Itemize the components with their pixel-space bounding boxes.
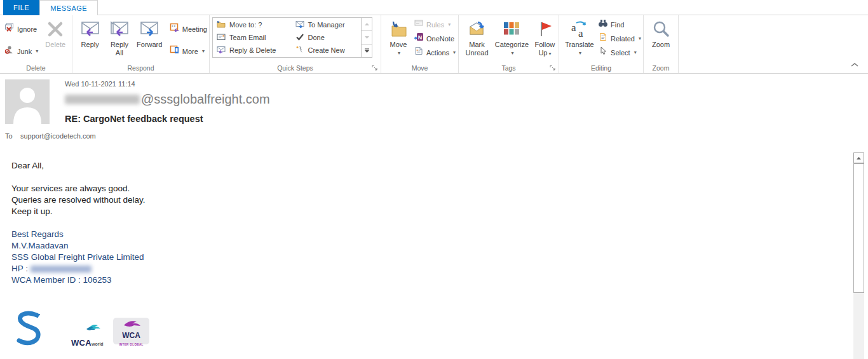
move-button[interactable]: Move ▾ <box>385 17 412 62</box>
outlook-window: FILE MESSAGE Ignore Junk ▾ <box>0 0 868 359</box>
reply-delete-icon <box>217 46 226 55</box>
categorize-button[interactable]: Categorize ▾ <box>494 17 530 62</box>
to-address[interactable]: support@icodetech.com <box>20 132 96 140</box>
gallery-scroll-down-button[interactable] <box>362 31 372 44</box>
hp-label: HP : <box>11 263 28 274</box>
wca-world-sub: world <box>92 342 104 346</box>
ribbon-group-delete: Ignore Junk ▾ Delete Delete <box>0 15 72 73</box>
signature-line: WCA Member ID : 106253 <box>11 274 146 286</box>
group-label-move: Move <box>381 64 458 72</box>
wca-inter-global-logo: WCA INTER GLOBAL <box>113 318 149 344</box>
scrollbar-up-button[interactable] <box>853 152 864 163</box>
actions-icon <box>414 46 424 60</box>
translate-icon: aa <box>569 18 590 41</box>
person-silhouette-icon <box>5 79 50 124</box>
tags-dialog-launcher-icon[interactable] <box>550 65 556 71</box>
translate-button[interactable]: aa Translate ▾ <box>563 17 596 62</box>
more-button[interactable]: More ▾ <box>168 44 209 58</box>
svg-text:N: N <box>418 34 423 41</box>
wca-world-text: WCA <box>71 338 92 348</box>
reply-icon <box>80 18 100 41</box>
ribbon: Ignore Junk ▾ Delete Delete <box>0 15 868 74</box>
junk-icon <box>4 44 15 58</box>
signature-line: Best Regards <box>11 229 146 240</box>
ribbon-group-tags: Mark Unread Categorize ▾ Follow Up▾ Tags <box>459 15 559 73</box>
body-line: Your services are always good. <box>11 183 146 194</box>
blank-line <box>11 172 146 183</box>
svg-text:a: a <box>571 22 576 34</box>
related-dropdown-arrow: ▾ <box>639 32 641 46</box>
message-date: Wed 10-11-2021 11:14 <box>65 80 135 88</box>
related-button[interactable]: Related ▾ <box>596 32 643 46</box>
wca-global-text: WCA <box>113 332 149 339</box>
delete-icon <box>46 18 64 41</box>
select-button[interactable]: Select ▾ <box>596 46 643 60</box>
quick-step-reply-delete[interactable]: Reply & Delete <box>213 44 292 57</box>
categorize-dropdown-arrow: ▾ <box>511 49 513 57</box>
meeting-button[interactable]: Meeting <box>168 22 209 36</box>
group-label-editing: Editing <box>559 64 643 72</box>
to-label: To <box>5 132 13 140</box>
reply-button[interactable]: Reply <box>75 17 105 62</box>
sss-global-freight-logo <box>13 310 44 350</box>
quick-step-to-manager[interactable]: To Manager <box>292 18 362 31</box>
gallery-scroll-up-button[interactable] <box>362 18 372 31</box>
rules-button[interactable]: Rules ▾ <box>412 18 458 32</box>
sender-name-redacted <box>65 95 140 104</box>
follow-up-flag-icon <box>536 18 553 41</box>
move-dropdown-arrow: ▾ <box>398 49 400 57</box>
wca-global-sub: INTER GLOBAL <box>113 339 149 351</box>
follow-up-button[interactable]: Follow Up▾ <box>531 17 559 62</box>
quick-step-done[interactable]: Done <box>292 31 362 44</box>
team-email-icon <box>217 33 226 42</box>
find-button[interactable]: Find <box>596 18 643 32</box>
wca-global-birds-icon <box>119 319 144 329</box>
avatar <box>5 79 50 124</box>
ribbon-tab-bar: FILE MESSAGE <box>0 0 868 15</box>
tab-file[interactable]: FILE <box>3 0 39 15</box>
message-subject: RE: CargoNet feedback request <box>65 114 203 124</box>
rules-icon <box>414 18 424 32</box>
quick-step-team-email[interactable]: Team Email <box>213 31 292 44</box>
create-new-icon <box>295 46 304 55</box>
signature-line: SSS Global Freight Private Limited <box>11 252 146 263</box>
zoom-magnifier-icon <box>651 18 670 41</box>
body-line: Keep it up. <box>11 206 146 217</box>
sender-address: @sssglobalfreight.com <box>65 92 270 107</box>
ribbon-group-quick-steps: Move to: ? Team Email Reply & Delete To … <box>210 15 381 73</box>
move-folder-icon <box>388 18 409 41</box>
reply-all-icon <box>109 18 130 41</box>
reply-all-button[interactable]: Reply All <box>105 17 133 62</box>
quick-step-create-new[interactable]: Create New <box>292 44 362 57</box>
signature-line: HP : <box>11 263 146 274</box>
delete-button[interactable]: Delete <box>40 17 71 62</box>
junk-button[interactable]: Junk ▾ <box>3 44 40 58</box>
mark-unread-button[interactable]: Mark Unread <box>461 17 492 62</box>
gallery-more-button[interactable] <box>362 44 372 57</box>
categorize-icon <box>502 18 521 41</box>
select-cursor-icon <box>598 46 608 60</box>
quick-steps-dialog-launcher-icon[interactable] <box>372 65 378 71</box>
tab-message[interactable]: MESSAGE <box>39 0 98 15</box>
wca-world-birds-icon <box>71 322 111 334</box>
body-scrollbar[interactable] <box>853 152 864 359</box>
quick-step-move-to[interactable]: Move to: ? <box>213 18 292 31</box>
body-line: Queries are resolved without delay. <box>11 194 146 206</box>
scrollbar-thumb[interactable] <box>853 163 864 293</box>
zoom-button[interactable]: Zoom <box>646 17 675 62</box>
ribbon-group-zoom: Zoom Zoom <box>644 15 679 73</box>
follow-up-dropdown-arrow: ▾ <box>548 51 551 57</box>
translate-dropdown-arrow: ▾ <box>579 49 581 57</box>
onenote-button[interactable]: N OneNote <box>412 32 458 46</box>
done-check-icon <box>295 33 304 42</box>
signature-line: M.V.Maadavan <box>11 240 146 252</box>
related-icon <box>598 32 608 46</box>
message-header: Wed 10-11-2021 11:14 @sssglobalfreight.c… <box>0 74 868 147</box>
actions-button[interactable]: Actions ▾ <box>412 46 458 60</box>
forward-icon <box>139 18 159 41</box>
svg-text:a: a <box>578 27 583 39</box>
mark-unread-icon <box>467 18 487 41</box>
forward-button[interactable]: Forward <box>134 17 165 62</box>
ignore-button[interactable]: Ignore <box>3 22 40 36</box>
collapse-ribbon-icon[interactable] <box>850 62 859 68</box>
